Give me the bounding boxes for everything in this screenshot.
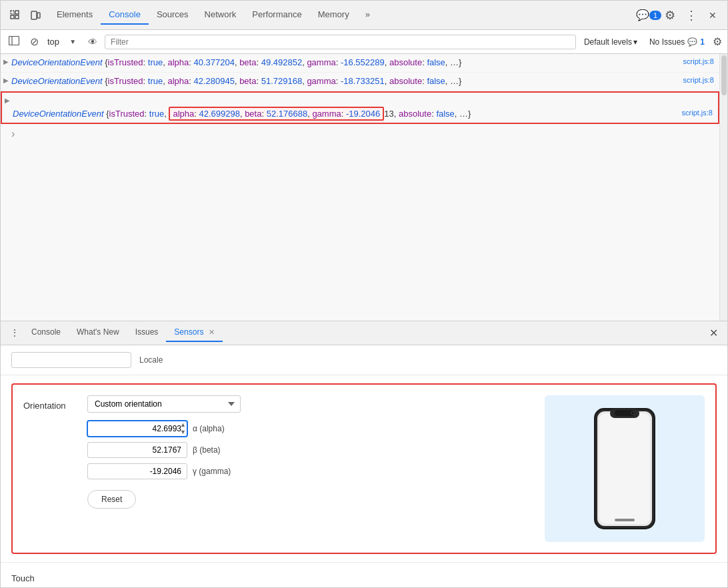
log-entry: ▶ DeviceOrientationEvent {isTrusted: tru… [1,73,719,91]
console-output: ▶ DeviceOrientationEvent {isTrusted: tru… [1,54,719,321]
expand-icon[interactable]: ▶ [5,95,10,106]
locale-input[interactable] [11,352,131,368]
svg-rect-1 [15,11,19,14]
tab-close-icon[interactable]: ✕ [209,328,215,336]
reset-button[interactable]: Reset [87,490,136,509]
inspect-icon[interactable] [6,6,25,25]
scrollbar-thumb[interactable] [721,55,727,95]
tab-console[interactable]: Console [101,5,149,25]
svg-point-14 [632,412,634,414]
messages-icon[interactable]: 💬 1 [639,6,658,25]
locale-label: Locale [139,355,163,365]
alpha-input[interactable] [87,421,187,437]
svg-rect-4 [31,11,37,19]
devtools-topbar: Elements Console Sources Network Perform… [1,1,727,30]
more-vert-icon[interactable]: ⋮ [682,6,701,25]
sensors-panel: Locale Orientation No override Custom or… [1,345,727,588]
svg-rect-5 [37,13,40,18]
alpha-input-wrapper: ▲ ▼ [87,421,187,437]
close-icon[interactable]: ✕ [703,6,722,25]
tab-elements[interactable]: Elements [49,5,101,25]
sidebar-toggle-icon[interactable] [6,34,22,50]
svg-rect-6 [9,37,19,45]
beta-input[interactable] [87,442,187,458]
orientation-select[interactable]: No override Custom orientation Portrait … [87,395,241,413]
console-settings-icon[interactable]: ⚙ [713,35,722,48]
orientation-controls: No override Custom orientation Portrait … [87,395,534,509]
source-link[interactable]: script.js:8 [678,56,714,68]
spinner-arrows: ▲ ▼ [180,421,186,436]
orientation-select-row: No override Custom orientation Portrait … [87,395,534,413]
orientation-section: Orientation No override Custom orientati… [11,383,717,554]
spinner-down-icon[interactable]: ▼ [180,429,186,436]
svg-rect-0 [11,11,14,14]
bottom-tab-list: ⋮ Console What's New Issues Sensors ✕ ✕ [1,321,727,345]
filter-input[interactable] [105,35,576,49]
eye-icon[interactable]: 👁 [85,34,101,50]
bottom-tab-whats-new[interactable]: What's New [69,323,127,342]
gamma-label: γ (gamma) [193,467,231,476]
touch-title: Touch [11,573,717,583]
gamma-input[interactable] [87,463,187,479]
bottom-tab-issues[interactable]: Issues [127,323,167,342]
context-top: top [46,37,61,47]
tab-more[interactable]: » [357,5,378,25]
source-link[interactable]: script.js:8 [678,75,714,87]
tab-network[interactable]: Network [197,5,245,25]
topbar-right: 💬 1 ⚙ ⋮ ✕ [639,6,722,25]
bottom-tab-sensors[interactable]: Sensors ✕ [166,323,222,342]
tab-sources[interactable]: Sources [149,5,197,25]
svg-rect-10 [599,413,650,524]
touch-section: Touch Forces touch instead of click [1,562,727,588]
bottom-tab-console[interactable]: Console [23,323,69,342]
svg-rect-3 [15,15,19,19]
beta-label: β (beta) [193,445,221,455]
log-entry-highlighted: ▶ DeviceOrientationEvent {isTrusted: tru… [1,91,719,125]
locale-row: Locale [1,345,727,375]
block-icon[interactable]: ⊘ [26,34,42,50]
expand-more-icon[interactable]: › [1,124,719,144]
orientation-label: Orientation [23,395,77,411]
log-entry: ▶ DeviceOrientationEvent {isTrusted: tru… [1,54,719,73]
expand-icon[interactable]: ▶ [3,75,9,86]
touch-description: Forces touch instead of click [11,586,717,588]
tab-performance[interactable]: Performance [244,5,309,25]
gamma-row: γ (gamma) [87,463,534,479]
phone-illustration [571,402,678,535]
spinner-up-icon[interactable]: ▲ [180,421,186,429]
device-toggle-icon[interactable] [26,6,45,25]
expand-icon[interactable]: ▶ [3,57,9,67]
alpha-row: ▲ ▼ α (alpha) [87,421,534,437]
panel-close-icon[interactable]: ✕ [705,324,722,342]
svg-rect-15 [615,519,635,521]
phone-preview [545,395,705,542]
tab-memory[interactable]: Memory [310,5,357,25]
source-link[interactable]: script.js:8 [677,107,713,119]
devtools-window: Elements Console Sources Network Perform… [0,0,728,588]
main-tab-list: Elements Console Sources Network Perform… [49,5,378,25]
console-area: ▶ DeviceOrientationEvent {isTrusted: tru… [1,54,727,321]
dropdown-arrow-icon[interactable]: ▼ [65,34,81,50]
filter-bar: ⊘ top ▼ 👁 Default levels ▾ No Issues 💬 1… [1,30,727,54]
settings-icon[interactable]: ⚙ [661,6,679,25]
bottom-more-icon[interactable]: ⋮ [6,323,23,342]
svg-rect-2 [11,15,14,19]
alpha-label: α (alpha) [193,424,225,433]
scrollbar[interactable] [719,54,727,321]
no-issues-badge[interactable]: No Issues 💬 1 [645,35,709,49]
messages-badge: 1 [649,11,661,20]
orientation-row: Orientation No override Custom orientati… [23,395,705,542]
default-levels-btn[interactable]: Default levels ▾ [580,35,641,49]
beta-row: β (beta) [87,442,534,458]
bottom-panel: ⋮ Console What's New Issues Sensors ✕ ✕ … [1,321,727,588]
